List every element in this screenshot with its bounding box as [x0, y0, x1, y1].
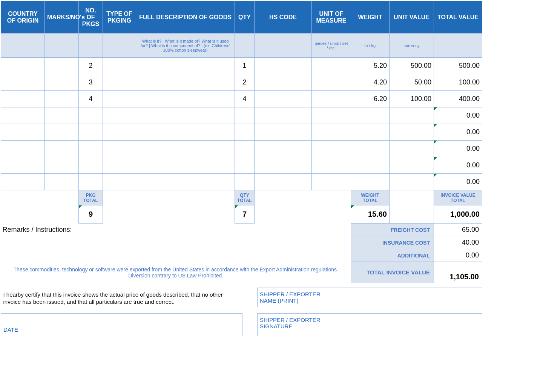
table-row[interactable]: 3 2 4.20 50.00 100.00	[1, 74, 482, 91]
insurance-label: INSURANCE COST	[351, 236, 434, 249]
certification-text: I hearby certify that this invoice shows…	[1, 288, 242, 314]
col-unitval: UNIT VALUE	[390, 1, 434, 34]
pkg-total-label: PKG TOTAL	[79, 190, 103, 205]
table-row[interactable]: 0.00	[1, 157, 482, 174]
insurance-value[interactable]: 40.00	[434, 236, 482, 249]
qty-total: 7	[235, 205, 255, 224]
additional-label: ADDITIONAL	[351, 249, 434, 262]
hint-row: What is it? | What is it made of? What i…	[1, 34, 482, 58]
shipper-name-box[interactable]: SHIPPER / EXPORTERNAME (PRINT)	[258, 288, 482, 307]
hint-uom: pieces / units / set / etc.	[312, 34, 351, 58]
pkg-total: 9	[79, 205, 103, 224]
totals-value-row: 9 7 15.60 1,000.00	[1, 205, 482, 224]
table-row[interactable]: 0.00	[1, 124, 482, 141]
col-marks: MARKS/NO's	[45, 1, 79, 34]
export-notice: These commodities, technology or softwar…	[1, 262, 351, 283]
col-uom: UNIT OF MEASURE	[312, 1, 351, 34]
weight-total: 15.60	[351, 205, 390, 224]
hint-desc: What is it? | What is it made of? What i…	[136, 34, 235, 58]
weight-total-label: WEIGHT TOTAL	[351, 190, 390, 205]
header-row: COUNTRY OF ORIGIN MARKS/NO's NO. OF PKGS…	[1, 1, 482, 34]
col-total: TOTAL VALUE	[434, 1, 482, 34]
col-qty: QTY	[235, 1, 255, 34]
total-invoice-label: TOTAL INVOICE VALUE	[351, 262, 434, 283]
table-row[interactable]: 0.00	[1, 107, 482, 124]
shipper-signature-box[interactable]: SHIPPER / EXPORTERSIGNATURE	[258, 314, 482, 336]
total-invoice-value: 1,105.00	[434, 262, 482, 283]
col-hs: HS CODE	[255, 1, 312, 34]
col-weight: WEIGHT	[351, 1, 390, 34]
hint-unitval: currency	[390, 34, 434, 58]
freight-value[interactable]: 65.00	[434, 224, 482, 236]
totals-label-row: PKG TOTAL QTY TOTAL WEIGHT TOTAL INVOICE…	[1, 190, 482, 205]
invoice-value-total: 1,000.00	[434, 205, 482, 224]
hint-weight: lb / kg	[351, 34, 390, 58]
additional-value[interactable]: 0.00	[434, 249, 482, 262]
invoice-total-label: INVOICE VALUE TOTAL	[434, 190, 482, 205]
col-country: COUNTRY OF ORIGIN	[1, 1, 45, 34]
table-row[interactable]: 2 1 5.20 500.00 500.00	[1, 58, 482, 74]
remarks-label[interactable]: Remarks / Instructions:	[1, 224, 351, 262]
invoice-items-table: COUNTRY OF ORIGIN MARKS/NO's NO. OF PKGS…	[1, 1, 482, 283]
signature-section: I hearby certify that this invoice shows…	[1, 288, 482, 336]
col-desc: FULL DESCRIPTION OF GOODS	[136, 1, 235, 34]
freight-label: FREIGHT COST	[351, 224, 434, 236]
qty-total-label: QTY TOTAL	[235, 190, 255, 205]
table-row[interactable]: 0.00	[1, 141, 482, 157]
table-row[interactable]: 0.00	[1, 174, 482, 190]
date-box[interactable]: DATE	[1, 314, 242, 336]
table-row[interactable]: 4 4 6.20 100.00 400.00	[1, 91, 482, 107]
col-pkging: TYPE OF PKGING	[103, 1, 136, 34]
